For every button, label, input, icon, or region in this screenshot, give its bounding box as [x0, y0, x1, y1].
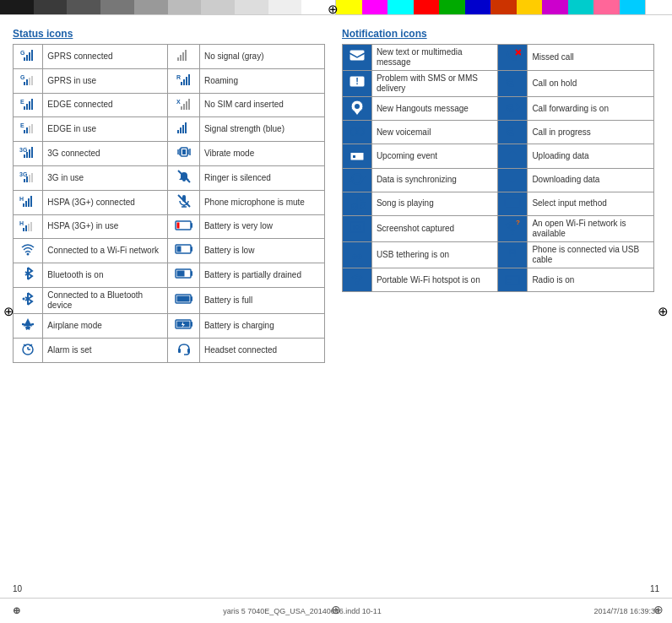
no-sim-icon: X: [168, 93, 200, 117]
svg-rect-75: [176, 246, 181, 252]
svg-rect-91: [178, 349, 181, 353]
svg-rect-26: [183, 104, 185, 110]
svg-rect-77: [191, 271, 192, 276]
airplane-label: Airplane mode: [43, 313, 168, 338]
svg-rect-34: [177, 130, 179, 133]
roaming-icon: R: [168, 68, 200, 93]
screenshot-icon: [343, 215, 372, 241]
svg-rect-35: [180, 127, 182, 133]
footer: ⊕ yaris 5 7040E_QG_USA_20140616.indd 10-…: [0, 598, 672, 623]
status-title: Status icons: [13, 28, 325, 40]
svg-rect-65: [23, 228, 24, 231]
svg-rect-10: [24, 82, 25, 85]
wifi-open-label: An open Wi-Fi network is available: [528, 215, 654, 241]
table-row: 3G 3G in use Ringer is silenced: [14, 165, 325, 190]
footer-filename: yaris 5 7040E_QG_USA_20140616.indd 10-11: [72, 607, 533, 615]
call-forwarding-label: Call forwarding is on: [528, 97, 654, 121]
no-signal-label: No signal (gray): [199, 45, 324, 69]
svg-rect-16: [183, 79, 185, 85]
hspa-use-label: HSPA (3G+) in use: [43, 214, 168, 239]
svg-rect-123: [512, 200, 513, 202]
svg-rect-53: [31, 173, 33, 182]
bluetooth-connected-label: Connected to a Bluetooth device: [43, 287, 168, 313]
svg-rect-52: [29, 175, 30, 182]
svg-rect-128: [512, 203, 515, 204]
signal-blue-icon: [168, 117, 200, 142]
bluetooth-connected-icon: [14, 287, 43, 313]
svg-rect-70: [191, 223, 192, 228]
table-row: New text or multimedia message Missed ca…: [343, 45, 654, 71]
3g-use-label: 3G in use: [43, 165, 168, 190]
usb-cable-icon: [498, 241, 528, 268]
page-number-left: 10: [13, 584, 22, 593]
table-row: H HSPA (3G+) connected Phone microphone …: [14, 190, 325, 214]
message-icon: [343, 45, 372, 71]
battery-very-low-icon: [168, 214, 200, 239]
svg-rect-74: [191, 246, 192, 252]
svg-rect-6: [180, 55, 182, 61]
svg-text:3G: 3G: [19, 147, 28, 153]
svg-rect-66: [25, 225, 27, 231]
battery-partial-icon: [168, 263, 200, 288]
gprs-use-label: GPRS in use: [43, 68, 168, 93]
svg-text:R: R: [176, 74, 181, 80]
svg-rect-15: [181, 82, 182, 85]
svg-text:X: X: [176, 99, 181, 105]
table-row: Connected to a Wi-Fi network Battery is …: [14, 239, 325, 263]
usb-tethering-label: USB tethering is on: [371, 241, 498, 268]
svg-text:!: !: [355, 76, 359, 86]
edge-connected-icon: E: [14, 93, 43, 117]
svg-rect-50: [24, 179, 25, 182]
svg-rect-42: [31, 147, 33, 158]
svg-rect-13: [31, 76, 33, 85]
svg-text:G: G: [20, 74, 25, 80]
headset-icon: [168, 338, 200, 362]
vibrate-label: Vibrate mode: [199, 142, 324, 166]
3g-use-icon: 3G: [14, 165, 43, 190]
table-row: Connected to a Bluetooth device Battery …: [14, 287, 325, 313]
call-hold-label: Call on hold: [528, 71, 654, 97]
notification-title: Notification icons: [342, 28, 654, 40]
gprs-connected-icon: G: [14, 45, 43, 69]
svg-point-138: [353, 255, 356, 258]
hotspot-label: Portable Wi-Fi hotspot is on: [371, 268, 498, 291]
svg-rect-68: [30, 222, 32, 231]
top-color-bar: ⊕: [0, 0, 672, 15]
svg-rect-28: [188, 99, 190, 110]
table-row: E EDGE connected X No SIM card inserted: [14, 93, 325, 117]
svg-rect-20: [24, 106, 25, 110]
voicemail-label: New voicemail: [371, 121, 498, 144]
headset-label: Headset connected: [199, 338, 324, 362]
table-row: 3G 3G connected Vibrate mode: [14, 142, 325, 166]
svg-rect-84: [191, 322, 192, 327]
svg-rect-23: [31, 99, 33, 110]
call-progress-label: Call in progress: [528, 121, 654, 144]
battery-full-icon: [168, 287, 200, 313]
table-row: H HSPA (3G+) in use Battery is very low: [14, 214, 325, 239]
signal-blue-label: Signal strength (blue): [199, 117, 324, 142]
svg-rect-21: [26, 104, 28, 110]
status-section: Status icons G GPRS connected No signal …: [13, 28, 325, 363]
svg-rect-78: [176, 271, 184, 277]
svg-point-133: [355, 226, 358, 229]
sms-problem-icon: !: [343, 71, 372, 97]
svg-rect-11: [26, 79, 28, 85]
message-label: New text or multimedia message: [371, 45, 498, 71]
notification-section: Notification icons New text or multimedi…: [342, 28, 654, 363]
svg-rect-59: [30, 196, 32, 207]
svg-rect-122: [509, 200, 511, 202]
svg-point-104: [357, 128, 364, 135]
calendar-icon: [343, 144, 372, 168]
svg-rect-121: [507, 200, 508, 202]
radio-label: Radio is on: [528, 268, 654, 291]
svg-rect-125: [517, 200, 518, 202]
svg-text:E: E: [20, 122, 24, 128]
svg-point-79: [23, 298, 25, 301]
table-row: Upcoming event Uploading data: [343, 144, 654, 168]
svg-point-103: [350, 128, 357, 135]
battery-partial-label: Battery is partially drained: [199, 263, 324, 288]
svg-rect-151: [507, 279, 512, 280]
svg-point-150: [515, 279, 517, 281]
table-row: E EDGE in use Signal strength (blue): [14, 117, 325, 142]
3g-connected-label: 3G connected: [43, 142, 168, 166]
